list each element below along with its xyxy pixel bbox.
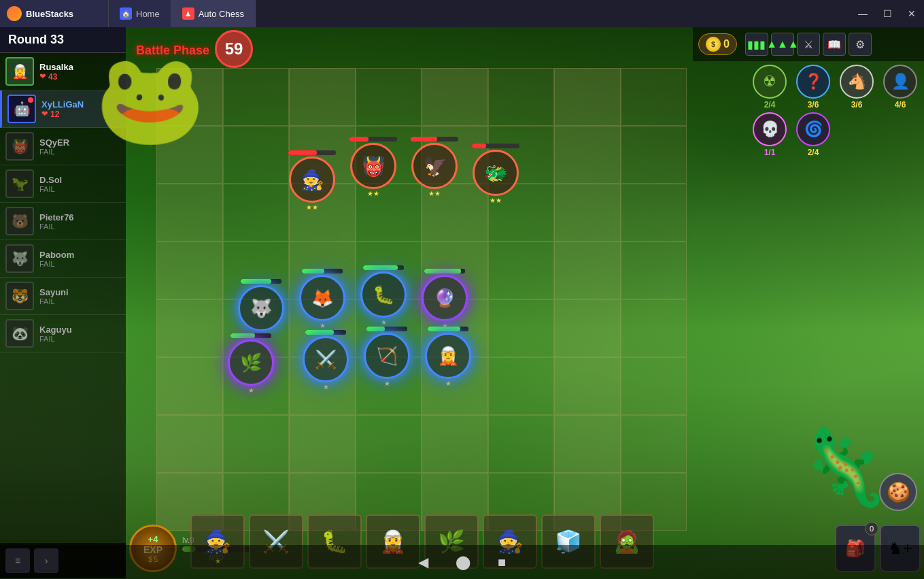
game-tab-icon: ♟	[182, 7, 194, 20]
ally-piece-8[interactable]: 🧝 ★	[425, 327, 471, 387]
cell-7-5[interactable]	[422, 415, 488, 473]
self-indicator	[28, 97, 33, 103]
swords-icon-button[interactable]: ⚔	[797, 33, 820, 56]
enemy-piece-3[interactable]: 🦅 ★★	[411, 143, 458, 197]
cell-3-7[interactable]	[554, 184, 621, 242]
player-avatar-self: 🤖	[7, 95, 36, 123]
window-controls: — ☐ ✕	[851, 0, 924, 27]
cell-7-6[interactable]	[488, 415, 555, 473]
cell-2-8[interactable]	[621, 126, 687, 184]
player-fail-sayuni: FAIL	[39, 297, 120, 305]
cell-7-3[interactable]	[289, 415, 356, 473]
ally-piece-2[interactable]: 🦊 ★	[299, 269, 345, 329]
cell-3-8[interactable]	[621, 184, 687, 242]
cell-5-7[interactable]	[554, 299, 621, 357]
synergy-item-3[interactable]: 👤 4/6	[880, 65, 921, 110]
cell-5-1[interactable]	[156, 299, 223, 357]
settings-icon: ⚙	[855, 38, 865, 51]
synergy-count-0: 2/4	[764, 100, 776, 110]
player-entry-sayuni[interactable]: 🐯 Sayuni FAIL	[0, 278, 126, 315]
player-fail-kaguyu: FAIL	[39, 335, 120, 343]
player-entry-pieter76[interactable]: 🐻 Pieter76 FAIL	[0, 203, 126, 240]
enemy-piece-2[interactable]: 👹 ★★	[350, 143, 396, 197]
minimize-button[interactable]: —	[851, 0, 875, 27]
cell-6-1[interactable]	[156, 357, 223, 415]
home-tab[interactable]: 🏠 Home	[109, 0, 171, 27]
cell-7-2[interactable]	[223, 415, 290, 473]
enemy-piece-1[interactable]: 🧙 ★★	[289, 156, 335, 211]
cell-5-8[interactable]	[621, 299, 687, 357]
settings-icon-button[interactable]: ⚙	[849, 33, 872, 56]
nav-home-button[interactable]: ⬤	[456, 554, 470, 570]
book-icon-button[interactable]: 📖	[823, 33, 846, 56]
cell-6-8[interactable]	[621, 357, 687, 415]
cell-4-7[interactable]	[554, 242, 621, 299]
cell-2-2[interactable]	[223, 126, 290, 184]
cell-3-1[interactable]	[156, 184, 223, 242]
synergy-icon-0: ☢	[753, 65, 787, 99]
player-entry-dsol[interactable]: 🦖 D.Sol FAIL	[0, 165, 126, 203]
player-name-kaguyu: Kaguyu	[39, 325, 120, 335]
bs-app-name: BlueStacks	[26, 9, 73, 19]
chess-board[interactable]: 🧙 ★★ 👹 ★★ 🦅 ★★ 🐲 ★★	[156, 68, 687, 531]
cell-6-7[interactable]	[554, 357, 621, 415]
ally-piece-4[interactable]: 🔮 ★	[422, 269, 468, 329]
shop-badge: 0	[865, 522, 878, 535]
cell-1-3[interactable]	[289, 68, 356, 126]
synergy-item-2[interactable]: 🐴 3/6	[836, 65, 877, 110]
ally-piece-5[interactable]: 🌿 ★	[228, 333, 274, 394]
cell-1-6[interactable]	[488, 68, 555, 126]
cell-1-2[interactable]	[223, 68, 290, 126]
synergy-item-0[interactable]: ☢ 2/4	[749, 65, 790, 110]
synergy-panel: ☢ 2/4 ❓ 3/6 🐴 3/6 👤 4/6 💀 1/1 🌀 2/4	[749, 65, 921, 157]
bs-logo-icon	[7, 6, 22, 21]
player-info-sayuni: Sayuni FAIL	[39, 287, 120, 305]
game-tab[interactable]: ♟ Auto Chess	[171, 0, 256, 27]
ally-piece-3[interactable]: 🐛 ★	[360, 265, 407, 326]
top-right-hud: $ 0 ▮▮▮ ▲▲▲ ⚔ 📖 ⚙	[693, 27, 924, 61]
cell-2-7[interactable]	[554, 126, 621, 184]
game-area: 🧙 ★★ 👹 ★★ 🦅 ★★ 🐲 ★★	[0, 27, 924, 579]
player-name-dsol: D.Sol	[39, 175, 120, 185]
cell-4-1[interactable]	[156, 242, 223, 299]
player-entry-kaguyu[interactable]: 🐼 Kaguyu FAIL	[0, 315, 126, 352]
big-creature-right: 🦎	[797, 423, 890, 511]
player-name-pieter76: Pieter76	[39, 212, 120, 222]
signal-icon-button[interactable]: ▲▲▲	[771, 33, 794, 56]
cell-7-4[interactable]	[356, 415, 422, 473]
ally-piece-6[interactable]: ⚔️ ★	[303, 330, 349, 391]
cell-4-6[interactable]	[488, 242, 555, 299]
close-button[interactable]: ✕	[900, 0, 924, 27]
navigation-bar: ◀ ⬤ ■	[0, 545, 924, 579]
cell-1-8[interactable]	[621, 68, 687, 126]
battery-icon-button[interactable]: ▮▮▮	[745, 33, 768, 56]
ally-piece-7[interactable]: 🏹 ★	[364, 327, 410, 387]
player-fail-paboom: FAIL	[39, 260, 120, 268]
cell-1-5[interactable]	[422, 68, 488, 126]
enemy-piece-4[interactable]: 🐲 ★★	[473, 150, 519, 204]
battery-icon: ▮▮▮	[747, 38, 766, 51]
cell-1-4[interactable]	[356, 68, 422, 126]
cell-4-8[interactable]	[621, 242, 687, 299]
nav-recents-button[interactable]: ■	[498, 555, 506, 570]
cell-7-8[interactable]	[621, 415, 687, 473]
cell-7-7[interactable]	[554, 415, 621, 473]
synergy-item-4[interactable]: 💀 1/1	[749, 112, 790, 157]
synergy-icon-2: 🐴	[840, 65, 874, 99]
cell-7-1[interactable]	[156, 415, 223, 473]
player-avatar-sayuni: 🐯	[5, 282, 34, 310]
bluestacks-logo[interactable]: BlueStacks	[0, 0, 109, 27]
gold-amount: 0	[723, 38, 730, 50]
synergy-item-5[interactable]: 🌀 2/4	[793, 112, 834, 157]
cell-1-7[interactable]	[554, 68, 621, 126]
synergy-item-1[interactable]: ❓ 3/6	[793, 65, 834, 110]
maximize-button[interactable]: ☐	[875, 0, 900, 27]
cell-5-6[interactable]	[488, 299, 555, 357]
ally-piece-1[interactable]: 🐺 ★	[238, 279, 284, 340]
nav-back-button[interactable]: ◀	[418, 554, 428, 570]
player-entry-paboom[interactable]: 🐺 Paboom FAIL	[0, 240, 126, 278]
cell-6-6[interactable]	[488, 357, 555, 415]
synergy-count-5: 2/4	[808, 148, 819, 157]
synergy-count-3: 4/6	[895, 100, 906, 110]
cell-3-2[interactable]	[223, 184, 290, 242]
